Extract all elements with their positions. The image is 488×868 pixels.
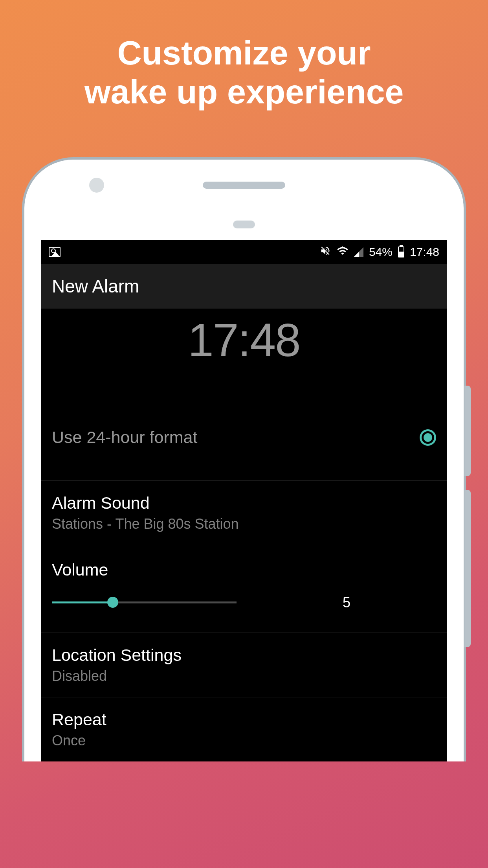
signal-icon (354, 247, 363, 257)
status-time: 17:48 (410, 245, 439, 259)
status-bar: 54% 17:48 (41, 240, 447, 264)
location-value: Disabled (52, 668, 182, 684)
alarm-sound-row[interactable]: Alarm Sound Stations - The Big 80s Stati… (41, 481, 447, 545)
alarm-time-value: 17:48 (41, 313, 447, 367)
format-label: Use 24-hour format (52, 428, 197, 447)
battery-percentage: 54% (369, 245, 393, 259)
volume-value: 5 (343, 594, 350, 611)
promo-line-2: wake up experience (84, 73, 404, 110)
phone-side-button (464, 490, 471, 647)
page-title: New Alarm (52, 276, 436, 297)
vibrate-mute-icon (319, 245, 331, 259)
repeat-title: Repeat (52, 710, 106, 729)
volume-slider[interactable] (52, 601, 237, 604)
format-toggle-row[interactable]: Use 24-hour format (41, 367, 447, 481)
phone-side-button (464, 386, 471, 476)
location-title: Location Settings (52, 645, 182, 665)
phone-frame: 54% 17:48 New Alarm 17:48 Use 24-hour fo… (22, 157, 466, 761)
location-settings-row[interactable]: Location Settings Disabled (41, 633, 447, 697)
home-indicator (233, 221, 255, 228)
slider-fill (52, 601, 113, 603)
volume-row: Volume 5 (41, 545, 447, 633)
picture-icon (49, 247, 61, 257)
app-header: New Alarm (41, 264, 447, 309)
camera-dot (89, 178, 104, 193)
radio-on-icon[interactable] (420, 429, 436, 446)
speaker-slot (203, 182, 285, 189)
repeat-row[interactable]: Repeat Once (41, 697, 447, 761)
promo-line-1: Customize your (117, 34, 371, 72)
phone-screen: 54% 17:48 New Alarm 17:48 Use 24-hour fo… (41, 240, 447, 761)
repeat-value: Once (52, 732, 106, 749)
slider-thumb[interactable] (107, 597, 118, 608)
battery-icon (398, 246, 404, 257)
volume-title: Volume (52, 560, 436, 579)
phone-hardware-top (24, 173, 464, 240)
promo-title: Customize your wake up experience (0, 0, 488, 111)
alarm-time-picker[interactable]: 17:48 (41, 309, 447, 367)
alarm-sound-value: Stations - The Big 80s Station (52, 516, 239, 532)
alarm-sound-title: Alarm Sound (52, 493, 239, 513)
wifi-icon (337, 245, 349, 259)
